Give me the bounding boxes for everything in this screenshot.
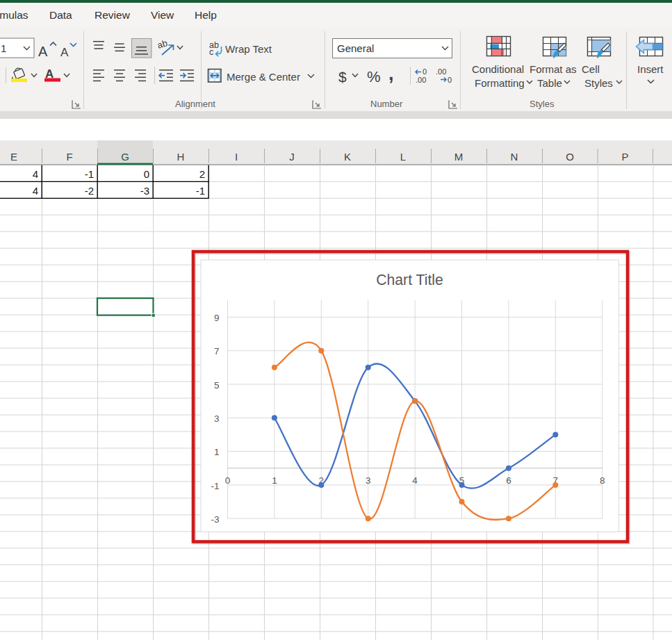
- svg-text:$: $: [338, 69, 347, 85]
- svg-text:4: 4: [33, 168, 38, 180]
- svg-text:-1: -1: [196, 185, 205, 197]
- svg-text:.00: .00: [416, 76, 426, 84]
- svg-text:-3: -3: [140, 185, 149, 197]
- svg-text:3: 3: [366, 475, 371, 486]
- svg-text:A: A: [60, 46, 69, 59]
- svg-text:4: 4: [412, 475, 418, 486]
- svg-text:0: 0: [423, 67, 427, 76]
- svg-text:H: H: [177, 151, 185, 163]
- svg-text:7: 7: [214, 346, 220, 356]
- svg-text:General: General: [337, 42, 374, 54]
- svg-text:G: G: [121, 151, 129, 163]
- svg-text:0: 0: [448, 76, 452, 84]
- svg-text:Chart Title: Chart Title: [376, 272, 443, 288]
- svg-text:c: c: [209, 47, 213, 57]
- svg-text:4: 4: [33, 185, 38, 197]
- svg-text:F: F: [66, 151, 72, 163]
- svg-text:.00: .00: [436, 67, 446, 76]
- svg-text:A: A: [38, 44, 48, 59]
- svg-text:-1: -1: [211, 481, 219, 491]
- svg-text:I: I: [235, 151, 238, 163]
- svg-text:M: M: [454, 151, 464, 163]
- svg-text:3: 3: [214, 413, 220, 424]
- svg-text:O: O: [566, 151, 574, 163]
- svg-text:N: N: [511, 151, 518, 163]
- svg-text:8: 8: [600, 475, 605, 486]
- svg-text:1: 1: [214, 447, 220, 457]
- svg-text:E: E: [10, 151, 17, 163]
- svg-text:5: 5: [214, 380, 220, 391]
- svg-text:-3: -3: [211, 514, 219, 525]
- svg-text:2: 2: [199, 168, 205, 180]
- svg-text:0: 0: [225, 475, 231, 486]
- svg-text:9: 9: [214, 313, 220, 323]
- svg-text:,: ,: [388, 63, 394, 84]
- svg-text:K: K: [344, 151, 351, 163]
- svg-text:%: %: [367, 68, 381, 85]
- svg-text:-2: -2: [85, 185, 94, 197]
- svg-text:1: 1: [1, 42, 6, 54]
- svg-text:6: 6: [506, 475, 511, 486]
- svg-text:1: 1: [272, 475, 277, 486]
- svg-text:0: 0: [144, 168, 149, 180]
- svg-text:L: L: [400, 151, 406, 163]
- svg-text:P: P: [621, 151, 628, 163]
- svg-text:J: J: [289, 151, 295, 163]
- svg-text:-1: -1: [85, 168, 94, 180]
- svg-text:ab: ab: [156, 38, 168, 51]
